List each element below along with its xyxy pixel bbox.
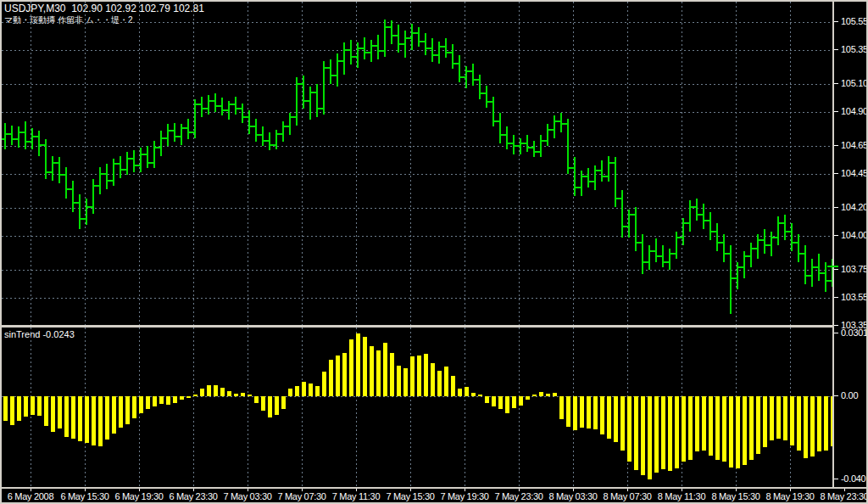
histogram-bar	[329, 360, 333, 396]
ohlc-open-tick	[639, 242, 642, 244]
histogram-bar	[268, 396, 272, 417]
ohlc-open-tick	[626, 226, 628, 227]
ohlc-open-tick	[171, 130, 174, 132]
ohlc-bar	[642, 234, 643, 274]
grid-line	[2, 208, 832, 209]
ohlc-open-tick	[2, 138, 4, 140]
histogram-bar	[546, 394, 550, 396]
ohlc-open-tick	[598, 170, 601, 171]
ohlc-open-tick	[15, 138, 18, 140]
histogram-bar	[485, 396, 489, 403]
ohlc-open-tick	[225, 109, 228, 111]
grid-line	[410, 328, 411, 487]
main-chart-pane[interactable]: USDJPY,M30 102.90 102.92 102.79 102.81 マ…	[2, 2, 832, 325]
axis-tick	[834, 207, 838, 208]
axis-tick	[834, 173, 838, 174]
ohlc-open-tick	[476, 79, 479, 81]
price-axis-label: 105.55	[841, 16, 866, 26]
ohlc-bar	[11, 126, 13, 145]
ohlc-open-tick	[585, 176, 587, 177]
ohlc-open-tick	[22, 132, 25, 133]
price-axis[interactable]: 105.55105.35105.10104.90104.65104.45104.…	[834, 2, 866, 487]
indicator-header-line: マ動・珱動摶 作留非 ム・・堤・2	[4, 14, 133, 26]
ohlc-bar	[140, 148, 142, 172]
ohlc-bar	[431, 38, 433, 62]
histogram-bar	[641, 396, 645, 475]
ohlc-bar	[235, 97, 236, 115]
ohlc-bar	[486, 86, 487, 108]
ohlc-bar	[615, 157, 616, 207]
histogram-bar	[749, 396, 754, 460]
ohlc-bar	[635, 207, 637, 251]
histogram-bar	[281, 396, 286, 409]
time-axis-label: 7 May 07:30	[277, 491, 326, 501]
ohlc-open-tick	[707, 220, 709, 221]
ohlc-bar	[621, 190, 623, 238]
ohlc-open-tick	[537, 151, 540, 153]
histogram-bar	[498, 396, 503, 409]
ohlc-open-tick	[219, 105, 221, 107]
ohlc-bar	[370, 40, 372, 62]
axis-tick	[834, 297, 838, 298]
histogram-bar	[105, 396, 109, 440]
histogram-bar	[512, 396, 516, 408]
ohlc-bar	[791, 223, 793, 251]
histogram-bar	[214, 385, 218, 396]
ohlc-open-tick	[741, 266, 743, 268]
ohlc-open-tick	[809, 275, 811, 277]
axis-tick	[834, 49, 838, 50]
ohlc-open-tick	[524, 143, 526, 144]
ohlc-bar	[167, 124, 169, 146]
histogram-bar	[824, 396, 828, 451]
time-axis[interactable]: 6 May 20086 May 15:306 May 19:306 May 23…	[2, 489, 866, 502]
histogram-bar	[322, 372, 326, 396]
histogram-bar	[695, 396, 699, 451]
price-axis-label: 104.00	[841, 230, 866, 240]
histogram-bar	[186, 396, 191, 398]
ohlc-open-tick	[381, 50, 384, 52]
histogram-bar	[44, 396, 48, 426]
ohlc-bar	[804, 245, 806, 284]
ohlc-bar	[601, 160, 603, 182]
indicator-pane[interactable]: sinTrend -0.0243	[2, 328, 832, 487]
grid-line	[2, 298, 832, 299]
ohlc-open-tick	[56, 162, 58, 164]
ohlc-bar	[526, 135, 528, 152]
histogram-bar	[634, 396, 638, 470]
ohlc-bar	[187, 119, 189, 139]
ohlc-open-tick	[815, 266, 818, 268]
histogram-bar	[58, 396, 62, 428]
axis-tick	[834, 269, 838, 270]
histogram-bar	[715, 396, 720, 460]
histogram-bar	[78, 396, 82, 441]
histogram-bar	[566, 396, 570, 427]
ohlc-open-tick	[829, 280, 832, 282]
time-axis-label: 7 May 15:30	[386, 491, 434, 501]
histogram-bar	[254, 396, 259, 403]
histogram-bar	[207, 385, 211, 396]
ohlc-open-tick	[246, 116, 248, 118]
ohlc-bar	[221, 98, 223, 115]
ohlc-bar	[445, 38, 447, 58]
ohlc-title: USDJPY,M30 102.90 102.92 102.79 102.81	[4, 3, 204, 14]
time-axis-label: 6 May 2008	[8, 491, 53, 501]
ohlc-bar	[208, 95, 209, 115]
ohlc-open-tick	[158, 147, 160, 148]
ohlc-open-tick	[131, 158, 133, 160]
ohlc-open-tick	[117, 163, 120, 165]
histogram-bar	[234, 394, 238, 396]
ohlc-open-tick	[673, 253, 676, 255]
ohlc-open-tick	[178, 136, 181, 137]
ohlc-open-tick	[666, 261, 669, 263]
ohlc-bar	[798, 234, 799, 262]
ohlc-open-tick	[97, 185, 99, 187]
ohlc-open-tick	[748, 255, 750, 257]
histogram-bar	[620, 396, 625, 451]
histogram-bar	[220, 388, 225, 396]
ohlc-open-tick	[368, 52, 370, 53]
ohlc-open-tick	[565, 123, 567, 125]
ohlc-open-tick	[144, 154, 147, 155]
ohlc-bar	[757, 234, 759, 259]
ohlc-bar	[201, 97, 203, 117]
ohlc-open-tick	[680, 237, 682, 238]
